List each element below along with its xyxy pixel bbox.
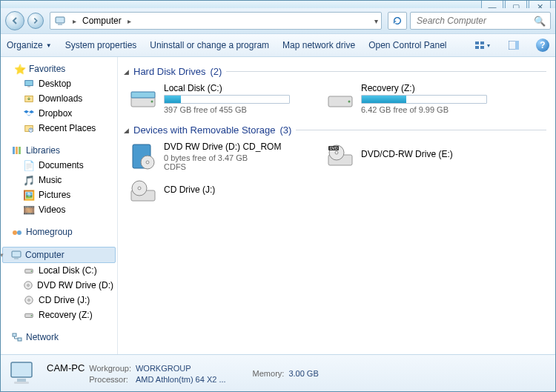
- svg-rect-13: [13, 147, 15, 154]
- star-icon: ⭐: [14, 63, 26, 75]
- downloads-icon: [23, 93, 35, 104]
- collapse-icon: ◢: [124, 127, 129, 134]
- desktop-icon: [23, 78, 35, 90]
- sidebar-item-dropbox[interactable]: Dropbox: [1, 106, 117, 121]
- sidebar-head-computer[interactable]: ▾ Computer: [2, 247, 116, 263]
- search-icon: 🔍: [534, 16, 546, 27]
- drive-recovery-z[interactable]: Recovery (Z:) 6.42 GB free of 9.99 GB: [325, 83, 518, 114]
- view-options-button[interactable]: [474, 37, 492, 53]
- sidebar-item-pictures[interactable]: 🖼️Pictures: [1, 187, 117, 202]
- sidebar-head-network[interactable]: Network: [1, 330, 117, 345]
- explorer-window: — ▢ ✕ ▸ Computer ▸ ▾ 🔍 Organize ▼: [0, 0, 556, 392]
- preview-pane-button[interactable]: [505, 37, 523, 53]
- drive-grid-hdd: Local Disk (C:) 397 GB free of 455 GB Re…: [128, 83, 555, 114]
- space-bar: [361, 95, 487, 104]
- sidebar-item-recent[interactable]: Recent Places: [1, 121, 117, 136]
- svg-point-21: [31, 270, 33, 272]
- help-button[interactable]: ?: [536, 39, 549, 52]
- sidebar-group-homegroup: Homegroup: [1, 225, 117, 239]
- refresh-icon: [392, 16, 403, 26]
- drive-local-c[interactable]: Local Disk (C:) 397 GB free of 455 GB: [128, 83, 321, 114]
- main-content: ◢ Hard Disk Drives (2) Local Disk (C:) 3…: [118, 57, 555, 354]
- computer-name: CAM-PC: [47, 362, 85, 373]
- svg-rect-48: [14, 382, 29, 384]
- svg-rect-0: [56, 17, 64, 23]
- category-hard-disk-drives[interactable]: ◢ Hard Disk Drives (2): [124, 66, 555, 77]
- drive-cd-j[interactable]: CD Drive (J:): [128, 177, 321, 207]
- dvd-drive-icon: DVD: [325, 142, 355, 171]
- sidebar-group-computer: ▾ Computer Local Disk (C:) DVD RW Drive …: [1, 247, 117, 322]
- breadcrumb-segment[interactable]: Computer: [79, 16, 125, 26]
- space-bar: [164, 95, 290, 104]
- forward-button[interactable]: [27, 13, 44, 29]
- sidebar-item-documents[interactable]: 📄Documents: [1, 158, 117, 173]
- svg-rect-19: [14, 258, 19, 259]
- map-network-drive-button[interactable]: Map network drive: [282, 40, 355, 50]
- drive-dvd-rw-d[interactable]: DVD RW Drive (D:) CD_ROM 0 bytes free of…: [128, 142, 321, 171]
- svg-point-16: [13, 230, 17, 235]
- hdd-icon: [23, 309, 35, 321]
- sidebar-item-recovery-z[interactable]: Recovery (Z:): [1, 308, 117, 322]
- sidebar-head-homegroup[interactable]: Homegroup: [1, 225, 117, 239]
- computer-icon: [52, 13, 68, 29]
- arrow-left-icon: [10, 16, 19, 25]
- sidebar-item-cd-j[interactable]: CD Drive (J:): [1, 293, 117, 308]
- sidebar-item-downloads[interactable]: Downloads: [1, 91, 117, 106]
- network-icon: [11, 331, 23, 343]
- svg-rect-47: [17, 379, 26, 382]
- sidebar-label: Favorites: [29, 64, 65, 74]
- document-icon: 📄: [23, 159, 35, 171]
- search-input[interactable]: [415, 15, 534, 27]
- uninstall-program-button[interactable]: Uninstall or change a program: [150, 40, 269, 50]
- back-button[interactable]: [5, 11, 24, 30]
- svg-rect-2: [475, 41, 479, 44]
- sidebar-label: Libraries: [26, 145, 60, 156]
- svg-point-40: [335, 151, 338, 154]
- videos-icon: 🎞️: [23, 204, 35, 216]
- svg-point-37: [146, 161, 149, 164]
- svg-rect-18: [12, 251, 21, 257]
- breadcrumb[interactable]: ▸ Computer ▸ ▾: [50, 12, 382, 30]
- dropbox-icon: [23, 107, 35, 119]
- arrow-right-icon: [32, 17, 39, 24]
- organize-button[interactable]: Organize ▼: [7, 40, 52, 50]
- svg-rect-31: [131, 92, 155, 98]
- hdd-icon: [128, 83, 158, 113]
- sidebar-item-desktop[interactable]: Desktop: [1, 76, 117, 91]
- library-icon: [11, 144, 23, 156]
- body: ⭐ Favorites Desktop Downloads Dropbox Re…: [1, 57, 555, 354]
- system-properties-button[interactable]: System properties: [65, 40, 137, 50]
- category-removable-storage[interactable]: ◢ Devices with Removable Storage (3): [124, 124, 555, 136]
- sidebar-group-libraries: Libraries 📄Documents 🎵Music 🖼️Pictures 🎞…: [1, 143, 117, 217]
- cd-icon: [23, 294, 35, 306]
- sidebar-group-network: Network: [1, 330, 117, 345]
- search-box[interactable]: 🔍: [410, 12, 551, 30]
- computer-icon: [10, 249, 22, 261]
- svg-rect-3: [480, 41, 484, 44]
- sidebar-item-local-disk-c[interactable]: Local Disk (C:): [1, 263, 117, 278]
- sidebar-item-music[interactable]: 🎵Music: [1, 173, 117, 187]
- drive-dvd-cd-rw-e[interactable]: DVD DVD/CD-RW Drive (E:): [325, 142, 518, 171]
- chevron-down-icon[interactable]: ▾: [374, 17, 378, 25]
- svg-point-25: [28, 299, 30, 302]
- titlebar: — ▢ ✕: [1, 1, 555, 8]
- sidebar-label: Network: [26, 332, 59, 342]
- svg-point-17: [17, 230, 21, 235]
- dvd-icon: [23, 279, 33, 291]
- sidebar-item-dvd-rw-d[interactable]: DVD RW Drive (D:): [1, 278, 117, 293]
- svg-point-45: [138, 187, 141, 190]
- open-control-panel-button[interactable]: Open Control Panel: [368, 40, 446, 50]
- recent-icon: [23, 122, 35, 134]
- sidebar-item-videos[interactable]: 🎞️Videos: [1, 202, 117, 217]
- view-icon: [475, 41, 486, 50]
- sidebar-head-libraries[interactable]: Libraries: [1, 143, 117, 158]
- sidebar-head-favorites[interactable]: ⭐ Favorites: [1, 62, 117, 76]
- svg-rect-5: [480, 46, 484, 49]
- cd-drive-icon: [128, 177, 158, 207]
- chevron-right-icon: ▸: [70, 17, 79, 25]
- refresh-button[interactable]: [388, 12, 407, 30]
- svg-point-34: [348, 101, 351, 103]
- homegroup-icon: [11, 226, 23, 238]
- svg-point-23: [27, 285, 30, 287]
- collapse-icon: ▾: [1, 251, 7, 259]
